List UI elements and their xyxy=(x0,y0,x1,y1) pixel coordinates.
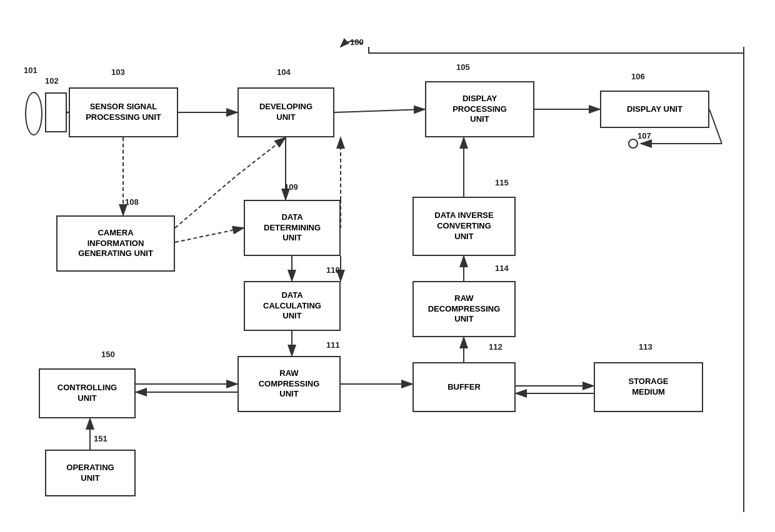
ref-151: 151 xyxy=(94,434,108,443)
ref-103: 103 xyxy=(111,67,125,77)
ref-104: 104 xyxy=(277,67,291,77)
ref-106: 106 xyxy=(631,72,645,81)
ref-112: 112 xyxy=(489,342,502,352)
ref-114: 114 xyxy=(495,264,509,273)
ref-110: 110 xyxy=(326,265,340,275)
block-data-inverse-converting: DATA INVERSECONVERTINGUNIT xyxy=(412,197,516,256)
ref-102: 102 xyxy=(45,76,59,86)
svg-line-8 xyxy=(709,109,722,144)
ref-113: 113 xyxy=(639,342,652,352)
block-operating: OPERATINGUNIT xyxy=(45,450,136,496)
block-storage-medium: STORAGEMEDIUM xyxy=(594,362,703,412)
block-raw-compressing: RAWCOMPRESSINGUNIT xyxy=(238,356,341,412)
block-buffer: BUFFER xyxy=(412,362,516,412)
svg-line-13 xyxy=(175,228,244,242)
lens-icon xyxy=(25,92,42,135)
ref-150: 150 xyxy=(101,350,115,359)
block-display-unit: DISPLAY UNIT xyxy=(600,91,709,128)
block-raw-decompressing: RAWDECOMPRESSINGUNIT xyxy=(412,281,516,337)
svg-line-11 xyxy=(175,175,238,228)
ref-109: 109 xyxy=(284,182,298,192)
block-sensor-signal-processing: SENSOR SIGNALPROCESSING UNIT xyxy=(69,87,178,137)
ref-115: 115 xyxy=(495,178,509,187)
block-data-determining: DATADETERMININGUNIT xyxy=(244,200,341,256)
svg-line-6 xyxy=(334,109,425,112)
block-data-calculating: DATACALCULATINGUNIT xyxy=(244,281,341,331)
ref-105: 105 xyxy=(456,62,470,72)
ref-111: 111 xyxy=(326,340,340,350)
block-controlling: CONTROLLINGUNIT xyxy=(39,368,136,418)
block-display-processing: DISPLAYPROCESSINGUNIT xyxy=(425,81,534,137)
ref-101: 101 xyxy=(24,66,38,75)
svg-line-12 xyxy=(238,137,286,175)
ref-108: 108 xyxy=(125,197,139,207)
arrow-100-indicator xyxy=(331,34,369,59)
block-102 xyxy=(45,92,67,132)
block-camera-info: CAMERAINFORMATIONGENERATING UNIT xyxy=(56,215,175,272)
ref-107: 107 xyxy=(638,131,651,140)
diagram: SENSOR SIGNALPROCESSING UNIT DEVELOPINGU… xyxy=(0,0,775,532)
block-developing: DEVELOPINGUNIT xyxy=(238,87,334,137)
circle-107 xyxy=(628,139,638,149)
